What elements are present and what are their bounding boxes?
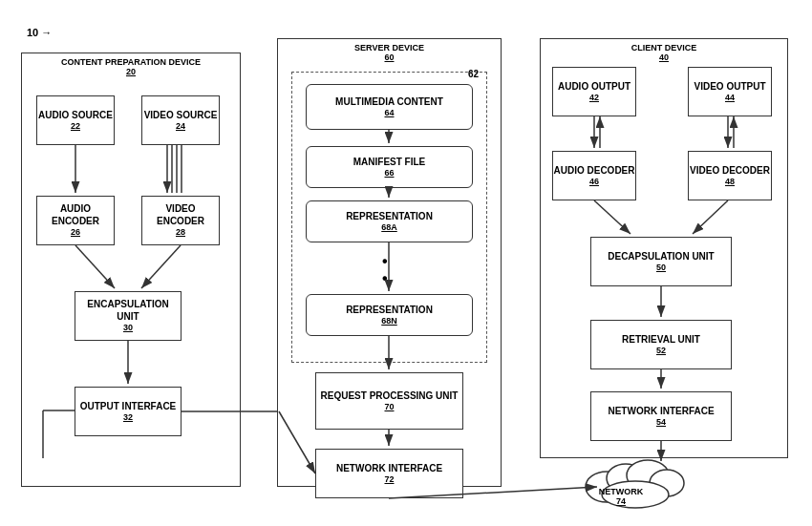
representation-n-box: REPRESENTATION 68N	[306, 294, 473, 336]
content-preparation-label: CONTENT PREPARATION DEVICE20	[29, 57, 233, 76]
output-interface-box: OUTPUT INTERFACE 32	[75, 387, 182, 436]
representation-a-box: REPRESENTATION 68A	[306, 200, 473, 242]
inner-ref-62: 62	[468, 69, 479, 79]
svg-text:74: 74	[616, 496, 626, 506]
client-label: CLIENT DEVICE40	[616, 43, 712, 62]
dots: ••	[382, 253, 388, 287]
video-decoder-box: VIDEO DECODER 48	[688, 151, 772, 200]
network-interface-server-box: NETWORK INTERFACE 72	[315, 449, 463, 498]
audio-output-box: AUDIO OUTPUT 42	[552, 67, 636, 116]
retrieval-unit-box: RETRIEVAL UNIT 52	[590, 320, 732, 369]
server-label: SERVER DEVICE60	[325, 43, 454, 62]
encapsulation-unit-box: ENCAPSULATION UNIT 30	[75, 291, 182, 341]
network-interface-client-box: NETWORK INTERFACE 54	[590, 391, 732, 441]
multimedia-content-box: MULTIMEDIA CONTENT 64	[306, 84, 473, 130]
video-source-box: VIDEO SOURCE 24	[141, 95, 220, 145]
audio-encoder-box: AUDIO ENCODER 26	[36, 196, 115, 245]
svg-text:NETWORK: NETWORK	[599, 487, 644, 496]
decapsulation-unit-box: DECAPSULATION UNIT 50	[590, 237, 732, 286]
manifest-file-box: MANIFEST FILE 66	[306, 146, 473, 188]
request-processing-box: REQUEST PROCESSING UNIT 70	[315, 372, 463, 430]
audio-source-box: AUDIO SOURCE 22	[36, 95, 115, 145]
audio-decoder-box: AUDIO DECODER 46	[552, 151, 636, 200]
system-ref: 10 →	[27, 27, 52, 38]
video-output-box: VIDEO OUTPUT 44	[688, 67, 772, 116]
video-encoder-box: VIDEO ENCODER 28	[141, 196, 220, 245]
diagram: 10 → CONTENT PREPARATION DEVICE20 AUDIO …	[0, 0, 812, 526]
network-cloud: NETWORK 74	[573, 447, 697, 514]
